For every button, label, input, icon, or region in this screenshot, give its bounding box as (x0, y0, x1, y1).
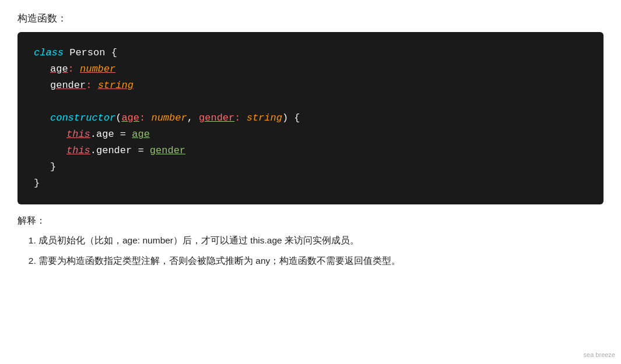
dot-1: . (90, 129, 96, 140)
close-brace-1: } (50, 161, 56, 172)
code-line-7: this.gender = gender (34, 143, 587, 159)
prop-gender: gender (50, 80, 86, 91)
type-string-1: string (98, 80, 134, 91)
indent2 (34, 143, 66, 159)
indent (34, 77, 50, 94)
this-keyword-2: this (66, 145, 90, 156)
val-gender: gender (150, 145, 185, 156)
open-brace-2: { (294, 112, 300, 123)
code-line-5: constructor(age: number, gender: string)… (34, 110, 587, 126)
indent (34, 159, 50, 175)
type-number-1: number (80, 63, 115, 75)
colon-4: : (234, 112, 246, 123)
indent (34, 61, 50, 77)
indent2 (34, 126, 66, 143)
assign-1: = (114, 129, 132, 140)
colon-2: : (86, 80, 97, 91)
this-age: age (96, 129, 114, 140)
code-line-1: class Person { (34, 45, 587, 61)
watermark: sea breeze (584, 351, 615, 358)
paren-close: ) (282, 112, 294, 123)
colon-3: : (139, 112, 151, 123)
code-line-8: } (34, 159, 587, 175)
code-line-2: age: number (34, 61, 587, 77)
param-age: age (121, 112, 139, 123)
open-brace-1: { (111, 47, 117, 58)
indent (34, 110, 50, 126)
colon-1: : (68, 63, 80, 75)
code-line-3: gender: string (34, 77, 587, 94)
param-gender: gender (199, 112, 234, 123)
explanation-list: 成员初始化（比如，age: number）后，才可以通过 this.age 来访… (17, 233, 604, 268)
assign-2: = (132, 145, 150, 156)
paren-open: ( (115, 112, 121, 123)
page-wrapper: 构造函数： class Person { age: number gender:… (17, 12, 604, 268)
this-gender: gender (96, 145, 132, 156)
val-age: age (132, 129, 150, 140)
code-line-9: } (34, 175, 587, 192)
explanation-item-1: 成员初始化（比如，age: number）后，才可以通过 this.age 来访… (38, 233, 604, 248)
close-brace-2: } (34, 178, 40, 189)
type-string-2: string (247, 112, 282, 123)
dot-2: . (90, 145, 96, 156)
explanation-label: 解释： (17, 215, 604, 227)
type-number-2: number (151, 112, 187, 123)
section-title: 构造函数： (17, 12, 604, 25)
explanation-section: 解释： 成员初始化（比如，age: number）后，才可以通过 this.ag… (17, 215, 604, 268)
code-line-4 (34, 94, 587, 110)
code-block: class Person { age: number gender: strin… (17, 32, 604, 204)
class-name: Person (64, 47, 111, 58)
this-keyword-1: this (66, 129, 90, 140)
explanation-item-2: 需要为构造函数指定类型注解，否则会被隐式推断为 any；构造函数不需要返回值类型… (38, 253, 604, 268)
keyword-class: class (34, 47, 64, 58)
keyword-constructor: constructor (50, 112, 115, 123)
comma: , (187, 112, 199, 123)
prop-age: age (50, 63, 68, 75)
code-line-6: this.age = age (34, 126, 587, 143)
